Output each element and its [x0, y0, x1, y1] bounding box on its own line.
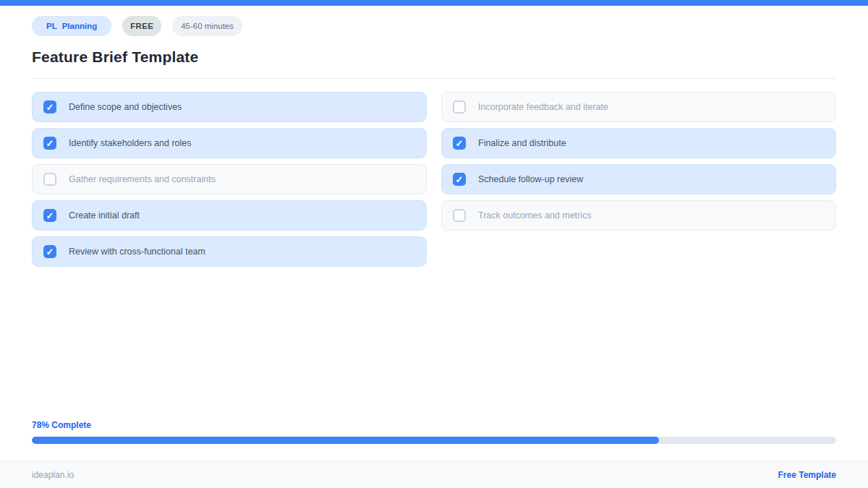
progress-bar — [32, 437, 836, 444]
checkbox-checked-icon[interactable]: ✓ — [43, 245, 56, 258]
category-label: Planning — [62, 22, 98, 30]
checklist-item-label: Incorporate feedback and iterate — [478, 102, 608, 112]
footer-brand: ideaplan.io — [32, 470, 74, 480]
footer-free-template-link[interactable]: Free Template — [778, 470, 836, 480]
page-title: Feature Brief Template — [32, 48, 836, 66]
checkbox-unchecked-icon[interactable] — [453, 209, 466, 222]
category-abbrev: PL — [46, 22, 57, 30]
checklist: ✓Define scope and objectives✓Identify st… — [32, 92, 836, 267]
checklist-item[interactable]: ✓Finalize and distribute — [441, 128, 836, 158]
checklist-item-label: Create initial draft — [69, 210, 140, 221]
checklist-item-label: Track outcomes and metrics — [478, 210, 592, 221]
checklist-item-label: Schedule follow-up review — [478, 174, 583, 184]
free-badge: FREE — [122, 16, 161, 36]
checklist-item[interactable]: ✓Schedule follow-up review — [441, 164, 836, 194]
top-accent-bar — [0, 0, 868, 6]
checkbox-checked-icon[interactable]: ✓ — [453, 173, 466, 186]
category-badge: PL Planning — [32, 16, 111, 36]
checklist-item-label: Finalize and distribute — [478, 138, 566, 148]
checkbox-checked-icon[interactable]: ✓ — [43, 209, 56, 222]
checklist-item-label: Review with cross-functional team — [69, 247, 205, 257]
checklist-item[interactable]: Incorporate feedback and iterate — [441, 92, 836, 122]
checklist-item-label: Define scope and objectives — [69, 102, 182, 112]
badge-row: PL Planning FREE 45-60 minutes — [32, 16, 836, 36]
checklist-item-label: Gather requirements and constraints — [69, 174, 216, 184]
checklist-item[interactable]: Gather requirements and constraints — [32, 164, 427, 194]
checklist-item[interactable]: ✓Create initial draft — [32, 200, 427, 231]
duration-badge: 45-60 minutes — [172, 16, 242, 36]
progress-section: 78% Complete — [32, 420, 836, 444]
progress-label: 78% Complete — [32, 420, 836, 430]
checklist-item-label: Identify stakeholders and roles — [69, 138, 192, 148]
checkbox-checked-icon[interactable]: ✓ — [43, 100, 56, 114]
checkbox-unchecked-icon[interactable] — [453, 100, 466, 114]
progress-fill — [32, 437, 659, 444]
checklist-item[interactable]: ✓Review with cross-functional team — [32, 236, 427, 267]
checklist-item[interactable]: ✓Define scope and objectives — [32, 92, 427, 122]
checkbox-unchecked-icon[interactable] — [43, 173, 56, 186]
checkbox-checked-icon[interactable]: ✓ — [43, 137, 56, 150]
checklist-item[interactable]: ✓Identify stakeholders and roles — [32, 128, 427, 158]
checklist-item[interactable]: Track outcomes and metrics — [441, 200, 836, 231]
main-content: PL Planning FREE 45-60 minutes Feature B… — [32, 6, 836, 267]
divider — [32, 78, 836, 79]
footer: ideaplan.io Free Template — [0, 461, 868, 488]
checkbox-checked-icon[interactable]: ✓ — [453, 137, 466, 150]
